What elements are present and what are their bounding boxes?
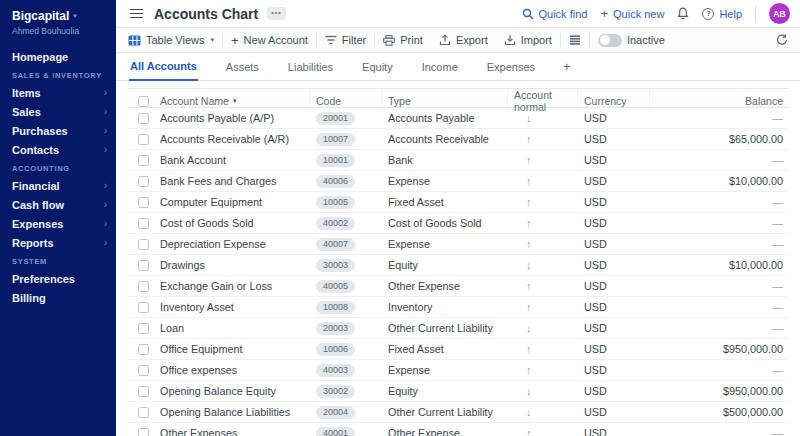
- row-density-button[interactable]: [569, 35, 581, 45]
- tab-expenses[interactable]: Expenses: [486, 53, 536, 80]
- account-name: Opening Balance Equity: [158, 385, 310, 397]
- account-name: Bank Fees and Charges: [158, 175, 310, 187]
- inactive-toggle[interactable]: Inactive: [598, 34, 665, 47]
- add-tab-button[interactable]: +: [563, 53, 571, 80]
- column-header-type[interactable]: Type: [382, 89, 508, 113]
- avatar[interactable]: AB: [769, 3, 790, 24]
- account-balance: $65,000.00: [650, 133, 789, 145]
- table-row[interactable]: Accounts Payable (A/P) 20001 Accounts Pa…: [128, 108, 789, 129]
- row-checkbox[interactable]: [138, 344, 149, 355]
- import-button[interactable]: Import: [504, 34, 552, 46]
- help-icon: ?: [702, 8, 714, 20]
- row-checkbox[interactable]: [138, 218, 149, 229]
- export-button[interactable]: Export: [439, 34, 488, 46]
- account-balance: $10,000.00: [650, 175, 789, 187]
- column-header-balance[interactable]: Balance: [650, 89, 789, 113]
- row-checkbox[interactable]: [138, 260, 149, 271]
- account-code-badge: 30002: [316, 385, 355, 398]
- table-row[interactable]: Office expenses 40003 Expense ↑ USD —: [128, 360, 789, 381]
- table-row[interactable]: Inventory Asset 10008 Inventory ↑ USD —: [128, 297, 789, 318]
- account-normal-arrow-icon: ↑: [508, 154, 578, 166]
- more-options-button[interactable]: •••: [267, 7, 285, 20]
- sidebar-item-sales[interactable]: Sales ›: [0, 102, 116, 121]
- row-checkbox[interactable]: [138, 155, 149, 166]
- row-checkbox[interactable]: [138, 407, 149, 418]
- account-normal-arrow-icon: ↓: [508, 406, 578, 418]
- table-row[interactable]: Bank Account 10001 Bank ↑ USD —: [128, 150, 789, 171]
- table-row[interactable]: Exchange Gain or Loss 40005 Other Expens…: [128, 276, 789, 297]
- topbar-right: Quick find + Quick new ? Help AB: [522, 3, 791, 24]
- sidebar-item-cash-flow[interactable]: Cash flow ›: [0, 195, 116, 214]
- sidebar-item-expenses[interactable]: Expenses ›: [0, 214, 116, 233]
- sidebar-item-billing[interactable]: Billing: [0, 288, 116, 307]
- help-button[interactable]: ? Help: [702, 8, 742, 20]
- column-header-code[interactable]: Code: [310, 89, 382, 113]
- row-checkbox[interactable]: [138, 239, 149, 250]
- sidebar-item-purchases[interactable]: Purchases ›: [0, 121, 116, 140]
- divider: [560, 33, 561, 47]
- row-checkbox[interactable]: [138, 134, 149, 145]
- bell-icon[interactable]: [677, 7, 689, 20]
- new-account-button[interactable]: + New Account: [231, 34, 308, 47]
- table-row[interactable]: Loan 20003 Other Current Liability ↓ USD…: [128, 318, 789, 339]
- account-code-badge: 40003: [316, 364, 355, 377]
- tab-liabilities[interactable]: Liabilities: [287, 53, 334, 80]
- account-balance: $10,000.00: [650, 259, 789, 271]
- row-checkbox[interactable]: [138, 176, 149, 187]
- tab-equity[interactable]: Equity: [361, 53, 394, 80]
- sidebar-item-financial[interactable]: Financial ›: [0, 176, 116, 195]
- refresh-button[interactable]: [776, 34, 788, 46]
- quick-find-button[interactable]: Quick find: [522, 8, 588, 20]
- toggle-switch[interactable]: [598, 34, 622, 47]
- column-header-currency[interactable]: Currency: [578, 89, 650, 113]
- table-views-button[interactable]: Table Views ▾: [128, 34, 214, 46]
- sidebar-item-homepage[interactable]: Homepage: [0, 47, 116, 66]
- row-checkbox[interactable]: [138, 197, 149, 208]
- account-balance: —: [650, 217, 789, 229]
- row-checkbox[interactable]: [138, 323, 149, 334]
- print-button[interactable]: Print: [383, 34, 423, 46]
- sidebar-item-contacts[interactable]: Contacts ›: [0, 140, 116, 159]
- table-row[interactable]: Accounts Receivable (A/R) 10007 Accounts…: [128, 129, 789, 150]
- divider: [589, 33, 590, 47]
- table-row[interactable]: Drawings 30003 Equity ↓ USD $10,000.00: [128, 255, 789, 276]
- account-code-badge: 10008: [316, 301, 355, 314]
- table-row[interactable]: Computer Equipment 10005 Fixed Asset ↑ U…: [128, 192, 789, 213]
- table-row[interactable]: Other Expenses 40001 Other Expense ↑ USD…: [128, 423, 789, 436]
- row-checkbox[interactable]: [138, 386, 149, 397]
- sidebar-item-items[interactable]: Items ›: [0, 83, 116, 102]
- sidebar-item-reports[interactable]: Reports ›: [0, 233, 116, 252]
- table-row[interactable]: Office Equipment 10006 Fixed Asset ↑ USD…: [128, 339, 789, 360]
- toolbar: Table Views ▾ + New Account Filter: [116, 28, 800, 53]
- select-all-checkbox[interactable]: [138, 96, 149, 107]
- tab-assets[interactable]: Assets: [225, 53, 260, 80]
- account-normal-arrow-icon: ↑: [508, 427, 578, 436]
- brand-menu[interactable]: Bigcapital ▾: [0, 9, 116, 23]
- table-row[interactable]: Bank Fees and Charges 40006 Expense ↑ US…: [128, 171, 789, 192]
- row-checkbox[interactable]: [138, 281, 149, 292]
- table-row[interactable]: Opening Balance Equity 30002 Equity ↓ US…: [128, 381, 789, 402]
- quick-new-button[interactable]: + Quick new: [600, 7, 664, 20]
- account-type: Inventory: [382, 301, 508, 313]
- sidebar-item-preferences[interactable]: Preferences: [0, 269, 116, 288]
- column-header-account-normal[interactable]: Account normal: [508, 89, 578, 113]
- row-checkbox[interactable]: [138, 365, 149, 376]
- table-row[interactable]: Depreciation Expense 40007 Expense ↑ USD…: [128, 234, 789, 255]
- tab-income[interactable]: Income: [421, 53, 459, 80]
- accounts-table: Account Name ▾ Code Type Account normal …: [128, 88, 789, 436]
- row-checkbox[interactable]: [138, 302, 149, 313]
- tab-all-accounts[interactable]: All Accounts: [129, 53, 198, 81]
- sidebar-toggle-icon[interactable]: [130, 9, 143, 19]
- account-normal-arrow-icon: ↓: [508, 322, 578, 334]
- column-header-account-name[interactable]: Account Name ▾: [158, 89, 310, 113]
- row-checkbox[interactable]: [138, 428, 149, 436]
- filter-icon: [325, 35, 337, 45]
- row-checkbox[interactable]: [138, 113, 149, 124]
- filter-button[interactable]: Filter: [325, 34, 366, 46]
- table-row[interactable]: Opening Balance Liabilities 20004 Other …: [128, 402, 789, 423]
- account-name: Other Expenses: [158, 427, 310, 436]
- account-code-badge: 10006: [316, 343, 355, 356]
- table-row[interactable]: Cost of Goods Sold 40002 Cost of Goods S…: [128, 213, 789, 234]
- account-normal-arrow-icon: ↑: [508, 175, 578, 187]
- divider: [222, 33, 223, 47]
